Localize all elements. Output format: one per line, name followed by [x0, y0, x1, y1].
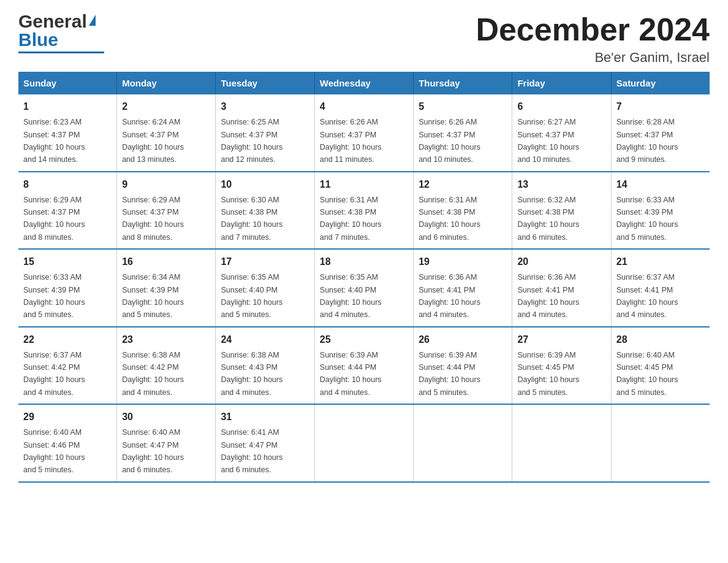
- day-number: 18: [320, 255, 408, 269]
- day-info: Sunrise: 6:26 AMSunset: 4:37 PMDaylight:…: [419, 118, 480, 164]
- logo-blue-text: Blue: [18, 29, 58, 50]
- day-info: Sunrise: 6:29 AMSunset: 4:37 PMDaylight:…: [23, 196, 85, 242]
- table-row: 5 Sunrise: 6:26 AMSunset: 4:37 PMDayligh…: [414, 94, 512, 172]
- table-row: 28 Sunrise: 6:40 AMSunset: 4:45 PMDaylig…: [611, 327, 710, 405]
- day-info: Sunrise: 6:36 AMSunset: 4:41 PMDaylight:…: [419, 273, 480, 319]
- table-row: 31 Sunrise: 6:41 AMSunset: 4:47 PMDaylig…: [216, 404, 314, 482]
- day-info: Sunrise: 6:39 AMSunset: 4:45 PMDaylight:…: [517, 351, 579, 397]
- day-number: 23: [122, 332, 210, 347]
- day-number: 8: [23, 177, 112, 192]
- day-number: 24: [221, 332, 309, 347]
- table-row: 15 Sunrise: 6:33 AMSunset: 4:39 PMDaylig…: [18, 249, 117, 327]
- header-saturday: Saturday: [611, 72, 710, 94]
- table-row: 23 Sunrise: 6:38 AMSunset: 4:42 PMDaylig…: [117, 327, 216, 405]
- day-info: Sunrise: 6:31 AMSunset: 4:38 PMDaylight:…: [419, 196, 480, 242]
- day-number: 20: [517, 255, 605, 269]
- day-info: Sunrise: 6:40 AMSunset: 4:46 PMDaylight:…: [23, 428, 85, 474]
- table-row: 7 Sunrise: 6:28 AMSunset: 4:37 PMDayligh…: [611, 94, 710, 172]
- calendar-week-row: 8 Sunrise: 6:29 AMSunset: 4:37 PMDayligh…: [18, 172, 710, 250]
- day-info: Sunrise: 6:25 AMSunset: 4:37 PMDaylight:…: [221, 118, 282, 164]
- table-row: [512, 404, 611, 482]
- table-row: 24 Sunrise: 6:38 AMSunset: 4:43 PMDaylig…: [216, 327, 314, 405]
- day-info: Sunrise: 6:38 AMSunset: 4:42 PMDaylight:…: [122, 351, 184, 397]
- table-row: 27 Sunrise: 6:39 AMSunset: 4:45 PMDaylig…: [512, 327, 611, 405]
- day-info: Sunrise: 6:32 AMSunset: 4:38 PMDaylight:…: [517, 196, 579, 242]
- table-row: 6 Sunrise: 6:27 AMSunset: 4:37 PMDayligh…: [512, 94, 611, 172]
- day-info: Sunrise: 6:39 AMSunset: 4:44 PMDaylight:…: [320, 351, 382, 397]
- table-row: 3 Sunrise: 6:25 AMSunset: 4:37 PMDayligh…: [216, 94, 314, 172]
- table-row: 21 Sunrise: 6:37 AMSunset: 4:41 PMDaylig…: [611, 249, 710, 327]
- table-row: 17 Sunrise: 6:35 AMSunset: 4:40 PMDaylig…: [216, 249, 314, 327]
- day-number: 2: [122, 99, 210, 114]
- day-number: 9: [122, 177, 210, 192]
- day-info: Sunrise: 6:35 AMSunset: 4:40 PMDaylight:…: [221, 273, 282, 319]
- title-block: December 2024 Be'er Ganim, Israel: [476, 12, 710, 66]
- day-number: 29: [23, 410, 112, 424]
- header-monday: Monday: [117, 72, 216, 94]
- day-info: Sunrise: 6:35 AMSunset: 4:40 PMDaylight:…: [320, 273, 382, 319]
- header-wednesday: Wednesday: [314, 72, 413, 94]
- day-number: 6: [517, 99, 605, 114]
- logo-general-text: General: [18, 12, 87, 31]
- day-info: Sunrise: 6:40 AMSunset: 4:47 PMDaylight:…: [122, 428, 184, 474]
- page-title: December 2024: [476, 12, 710, 47]
- day-number: 28: [616, 332, 705, 347]
- logo-triangle-icon: [89, 15, 96, 26]
- table-row: 12 Sunrise: 6:31 AMSunset: 4:38 PMDaylig…: [414, 172, 512, 250]
- calendar-week-row: 29 Sunrise: 6:40 AMSunset: 4:46 PMDaylig…: [18, 404, 710, 482]
- day-number: 30: [122, 410, 210, 424]
- day-number: 31: [221, 410, 309, 424]
- day-info: Sunrise: 6:24 AMSunset: 4:37 PMDaylight:…: [122, 118, 184, 164]
- table-row: 14 Sunrise: 6:33 AMSunset: 4:39 PMDaylig…: [611, 172, 710, 250]
- table-row: 4 Sunrise: 6:26 AMSunset: 4:37 PMDayligh…: [314, 94, 413, 172]
- day-info: Sunrise: 6:34 AMSunset: 4:39 PMDaylight:…: [122, 273, 184, 319]
- day-number: 7: [616, 99, 705, 114]
- table-row: 11 Sunrise: 6:31 AMSunset: 4:38 PMDaylig…: [314, 172, 413, 250]
- page-subtitle: Be'er Ganim, Israel: [476, 50, 710, 66]
- table-row: 29 Sunrise: 6:40 AMSunset: 4:46 PMDaylig…: [18, 404, 117, 482]
- day-number: 10: [221, 177, 309, 192]
- table-row: 22 Sunrise: 6:37 AMSunset: 4:42 PMDaylig…: [18, 327, 117, 405]
- day-number: 22: [23, 332, 112, 347]
- day-number: 3: [221, 99, 309, 114]
- day-number: 19: [419, 255, 507, 269]
- day-number: 11: [320, 177, 408, 192]
- day-info: Sunrise: 6:38 AMSunset: 4:43 PMDaylight:…: [221, 351, 282, 397]
- day-number: 4: [320, 99, 408, 114]
- table-row: [314, 404, 413, 482]
- table-row: 2 Sunrise: 6:24 AMSunset: 4:37 PMDayligh…: [117, 94, 216, 172]
- header-thursday: Thursday: [414, 72, 512, 94]
- header-sunday: Sunday: [18, 72, 117, 94]
- table-row: 18 Sunrise: 6:35 AMSunset: 4:40 PMDaylig…: [314, 249, 413, 327]
- logo-underline: [18, 52, 104, 53]
- day-info: Sunrise: 6:40 AMSunset: 4:45 PMDaylight:…: [616, 351, 678, 397]
- table-row: 30 Sunrise: 6:40 AMSunset: 4:47 PMDaylig…: [117, 404, 216, 482]
- day-info: Sunrise: 6:30 AMSunset: 4:38 PMDaylight:…: [221, 196, 282, 242]
- day-info: Sunrise: 6:31 AMSunset: 4:38 PMDaylight:…: [320, 196, 382, 242]
- table-row: [611, 404, 710, 482]
- day-info: Sunrise: 6:36 AMSunset: 4:41 PMDaylight:…: [517, 273, 579, 319]
- day-info: Sunrise: 6:27 AMSunset: 4:37 PMDaylight:…: [517, 118, 579, 164]
- day-info: Sunrise: 6:23 AMSunset: 4:37 PMDaylight:…: [23, 118, 85, 164]
- table-row: 20 Sunrise: 6:36 AMSunset: 4:41 PMDaylig…: [512, 249, 611, 327]
- day-info: Sunrise: 6:29 AMSunset: 4:37 PMDaylight:…: [122, 196, 184, 242]
- logo: General Blue: [18, 12, 104, 53]
- calendar-table: Sunday Monday Tuesday Wednesday Thursday…: [18, 72, 710, 483]
- day-info: Sunrise: 6:41 AMSunset: 4:47 PMDaylight:…: [221, 428, 282, 474]
- day-info: Sunrise: 6:39 AMSunset: 4:44 PMDaylight:…: [419, 351, 480, 397]
- day-info: Sunrise: 6:37 AMSunset: 4:42 PMDaylight:…: [23, 351, 85, 397]
- table-row: 26 Sunrise: 6:39 AMSunset: 4:44 PMDaylig…: [414, 327, 512, 405]
- day-number: 17: [221, 255, 309, 269]
- table-row: 19 Sunrise: 6:36 AMSunset: 4:41 PMDaylig…: [414, 249, 512, 327]
- day-number: 26: [419, 332, 507, 347]
- day-info: Sunrise: 6:33 AMSunset: 4:39 PMDaylight:…: [23, 273, 85, 319]
- table-row: 25 Sunrise: 6:39 AMSunset: 4:44 PMDaylig…: [314, 327, 413, 405]
- table-row: 8 Sunrise: 6:29 AMSunset: 4:37 PMDayligh…: [18, 172, 117, 250]
- day-number: 15: [23, 255, 112, 269]
- calendar-week-row: 22 Sunrise: 6:37 AMSunset: 4:42 PMDaylig…: [18, 327, 710, 405]
- calendar-week-row: 15 Sunrise: 6:33 AMSunset: 4:39 PMDaylig…: [18, 249, 710, 327]
- calendar-header-row: Sunday Monday Tuesday Wednesday Thursday…: [18, 72, 710, 94]
- day-number: 12: [419, 177, 507, 192]
- calendar-week-row: 1 Sunrise: 6:23 AMSunset: 4:37 PMDayligh…: [18, 94, 710, 172]
- page-header: General Blue December 2024 Be'er Ganim, …: [18, 12, 710, 66]
